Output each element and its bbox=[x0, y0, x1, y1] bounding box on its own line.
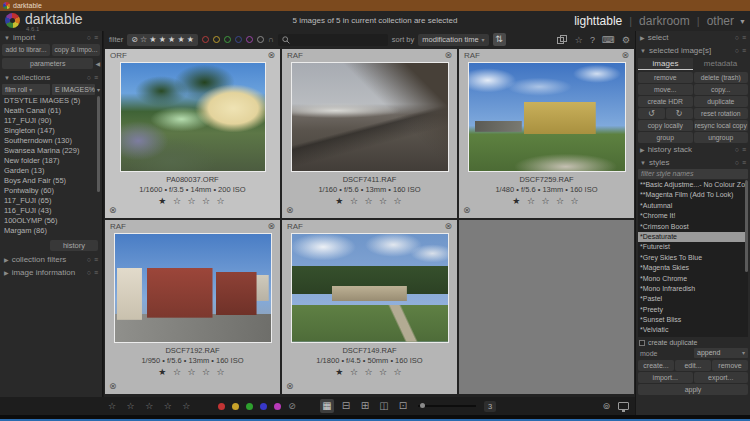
resync-local-copy-button[interactable]: resync local copy bbox=[694, 120, 749, 131]
film-roll-item[interactable]: Boys And Fair (55) bbox=[2, 176, 100, 186]
preferences-gear-icon[interactable]: ⚙ bbox=[622, 35, 630, 45]
thumbnail-2[interactable]: RAF ⊗ DSCF7411.RAF 1/160 • f/5.6 • 13mm … bbox=[282, 49, 457, 218]
style-import-button[interactable]: import... bbox=[638, 372, 693, 383]
film-roll-item[interactable]: Swansea Marina (229) bbox=[2, 146, 100, 156]
style-item[interactable]: *Futureist bbox=[638, 242, 748, 252]
views-dropdown-caret-icon[interactable]: ▼ bbox=[739, 18, 746, 25]
style-filter-input[interactable]: filter style names bbox=[638, 169, 748, 179]
expander-right-icon[interactable]: ▶ bbox=[640, 146, 645, 153]
view-tab-darkroom[interactable]: darkroom bbox=[639, 14, 690, 28]
copy-button[interactable]: copy... bbox=[694, 84, 749, 95]
style-edit-button[interactable]: edit... bbox=[675, 360, 711, 371]
reject-filter-icon[interactable]: ⊘ bbox=[131, 35, 138, 44]
film-roll-item[interactable]: Garden (13) bbox=[2, 166, 100, 176]
film-roll-item[interactable]: DTSYTLE IMAGES (5) bbox=[2, 96, 100, 106]
display-profile-icon[interactable] bbox=[618, 402, 629, 410]
expander-down-icon[interactable]: ▼ bbox=[4, 75, 10, 81]
group-icon[interactable]: ⊗ bbox=[444, 51, 452, 60]
hamburger-menu-icon[interactable]: ≡ bbox=[94, 74, 98, 81]
expander-right-icon[interactable]: ▶ bbox=[4, 256, 9, 263]
history-stack-section-header[interactable]: ▶ history stack ○ ≡ bbox=[636, 143, 750, 156]
help-icon[interactable]: ? bbox=[590, 35, 595, 45]
presets-circle-icon[interactable]: ○ bbox=[87, 256, 91, 263]
filemanager-view-icon[interactable]: ▦ bbox=[320, 399, 334, 413]
scrollbar[interactable] bbox=[97, 96, 100, 192]
copy-and-import-button[interactable]: copy & impo... bbox=[52, 44, 100, 56]
image-information-section-header[interactable]: ▶ image information ○ ≡ bbox=[0, 266, 102, 279]
import-section-header[interactable]: ▼ import ○ ≡ bbox=[0, 31, 102, 44]
color-label-purple-icon[interactable] bbox=[274, 403, 281, 410]
hamburger-menu-icon[interactable]: ≡ bbox=[94, 34, 98, 41]
rotate-cw-button[interactable]: ↻ bbox=[666, 108, 693, 119]
view-tab-other[interactable]: other bbox=[707, 14, 734, 28]
styles-section-header[interactable]: ▼ styles ○ ≡ bbox=[636, 156, 750, 169]
expander-right-icon[interactable]: ▶ bbox=[640, 34, 645, 41]
history-button[interactable]: history bbox=[50, 240, 98, 251]
ungroup-button[interactable]: ungroup bbox=[694, 132, 749, 143]
style-item[interactable]: *Magenta Skies bbox=[638, 263, 748, 273]
collection-scope-dropdown[interactable]: film roll ▾ bbox=[2, 84, 50, 95]
style-item[interactable]: *Autumnal bbox=[638, 201, 748, 211]
star-rating-filter[interactable]: ☆ ★ ★ ★ ★ ★ bbox=[140, 35, 194, 44]
color-label-yellow-icon[interactable] bbox=[213, 36, 220, 43]
mode-dropdown[interactable]: append ▾ bbox=[694, 348, 748, 358]
thumbnail-4[interactable]: RAF ⊗ DSCF7192.RAF 1/950 • f/5.6 • 13mm … bbox=[105, 220, 280, 394]
film-roll-item[interactable]: 117_FUJI (65) bbox=[2, 196, 100, 206]
duplicate-button[interactable]: duplicate bbox=[694, 96, 749, 107]
culling-dynamic-icon[interactable]: ◫ bbox=[377, 399, 391, 413]
style-item[interactable]: *Pastel bbox=[638, 294, 748, 304]
color-label-operator-icon[interactable]: ∩ bbox=[268, 36, 274, 44]
film-roll-item[interactable]: 117_FUJI (90) bbox=[2, 116, 100, 126]
selected-images-section-header[interactable]: ▼ selected image[s] ○ ≡ bbox=[636, 44, 750, 57]
rating-apply-stars[interactable]: ☆ ☆ ☆ ☆ ☆ bbox=[108, 401, 194, 411]
thumbnail-1[interactable]: ORF ⊗ PA080037.ORF 1/1600 • f/3.5 • 14mm… bbox=[105, 49, 280, 218]
film-roll-item[interactable]: Neath Canal (61) bbox=[2, 106, 100, 116]
style-apply-button[interactable]: apply bbox=[638, 384, 748, 395]
add-to-library-button[interactable]: add to librar... bbox=[2, 44, 50, 56]
expander-down-icon[interactable]: ▼ bbox=[640, 160, 646, 166]
film-roll-item[interactable]: Singleton (147) bbox=[2, 126, 100, 136]
style-item-selected[interactable]: *Desaturate bbox=[638, 232, 748, 242]
color-label-red-icon[interactable] bbox=[202, 36, 209, 43]
reject-icon[interactable]: ⊗ bbox=[286, 381, 294, 391]
expander-down-icon[interactable]: ▼ bbox=[4, 35, 10, 41]
group-button[interactable]: group bbox=[638, 132, 693, 143]
tab-images[interactable]: images bbox=[638, 58, 693, 70]
film-roll-item[interactable]: New folder (187) bbox=[2, 156, 100, 166]
style-item[interactable]: **Magenta Film (Add To Look) bbox=[638, 190, 748, 200]
thumbnail-size-slider[interactable] bbox=[418, 405, 476, 407]
tab-metadata[interactable]: metadata bbox=[693, 58, 748, 70]
reset-rotation-button[interactable]: reset rotation bbox=[694, 108, 749, 119]
film-roll-item[interactable]: Pontwalby (60) bbox=[2, 186, 100, 196]
film-roll-item[interactable]: Margam (86) bbox=[2, 226, 100, 236]
presets-circle-icon[interactable]: ○ bbox=[735, 159, 739, 166]
expander-right-icon[interactable]: ▶ bbox=[4, 269, 9, 276]
delete-trash-button[interactable]: delete (trash) bbox=[694, 72, 749, 83]
scrollbar[interactable] bbox=[745, 180, 748, 272]
style-item[interactable]: *Sunset Bliss bbox=[638, 315, 748, 325]
full-preview-icon[interactable]: ⊡ bbox=[396, 399, 410, 413]
reject-icon[interactable]: ⊗ bbox=[109, 205, 117, 215]
style-item[interactable]: *Mono Chrome bbox=[638, 274, 748, 284]
overlays-star-icon[interactable]: ☆ bbox=[575, 35, 583, 45]
copy-locally-button[interactable]: copy locally bbox=[638, 120, 693, 131]
reject-icon[interactable]: ⊗ bbox=[286, 205, 294, 215]
collapse-left-icon[interactable]: ◀ bbox=[95, 60, 100, 67]
search-input[interactable] bbox=[278, 34, 388, 46]
rotate-ccw-button[interactable]: ↺ bbox=[638, 108, 665, 119]
group-icon[interactable]: ⊗ bbox=[267, 222, 275, 231]
star-rating[interactable]: ★ ☆ ☆ ☆ ☆ bbox=[105, 367, 280, 377]
group-icon[interactable]: ⊗ bbox=[444, 222, 452, 231]
film-roll-item[interactable]: 116_FUJI (43) bbox=[2, 206, 100, 216]
style-create-button[interactable]: create... bbox=[638, 360, 674, 371]
color-label-yellow-icon[interactable] bbox=[232, 403, 239, 410]
photo-garden[interactable] bbox=[120, 62, 266, 172]
presets-circle-icon[interactable]: ○ bbox=[735, 47, 739, 54]
keyboard-shortcuts-icon[interactable]: ⌨ bbox=[602, 35, 615, 45]
panel-layout-icon[interactable] bbox=[557, 35, 568, 45]
presets-circle-icon[interactable]: ○ bbox=[735, 146, 739, 153]
presets-circle-icon[interactable]: ○ bbox=[735, 34, 739, 41]
star-rating[interactable]: ★ ☆ ☆ ☆ ☆ bbox=[282, 196, 457, 206]
presets-circle-icon[interactable]: ○ bbox=[87, 269, 91, 276]
style-remove-button[interactable]: remove bbox=[712, 360, 748, 371]
